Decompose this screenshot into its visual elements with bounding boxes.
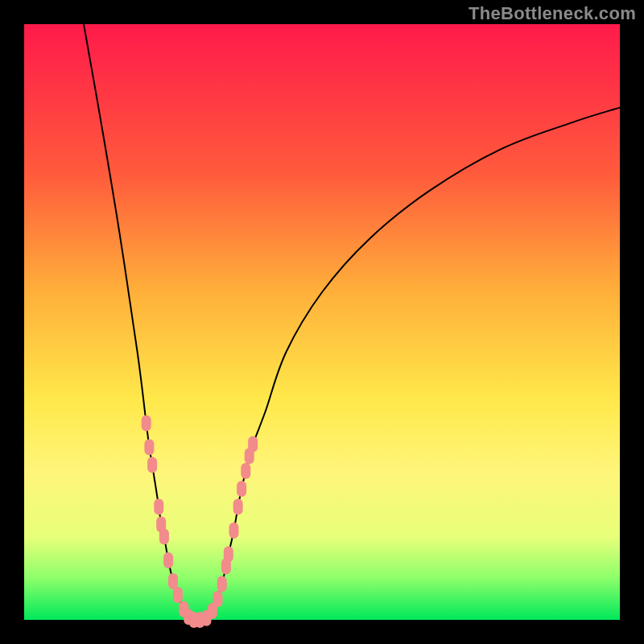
data-marker: [168, 573, 178, 589]
data-marker: [163, 552, 173, 568]
data-marker: [224, 547, 233, 563]
data-markers: [142, 415, 258, 628]
data-marker: [144, 439, 154, 455]
data-marker: [213, 591, 223, 607]
data-marker: [173, 587, 183, 603]
curve-layer: [24, 24, 620, 620]
data-marker: [248, 436, 258, 452]
data-marker: [154, 498, 163, 514]
watermark-text: TheBottleneck.com: [469, 3, 636, 24]
data-marker: [241, 463, 250, 479]
plot-area: [24, 24, 620, 620]
data-marker: [147, 457, 157, 473]
chart-frame: TheBottleneck.com: [0, 0, 644, 644]
data-marker: [142, 415, 151, 431]
data-marker: [237, 481, 246, 497]
data-marker: [229, 522, 238, 539]
data-marker: [159, 528, 169, 544]
data-marker: [233, 498, 243, 514]
data-marker: [217, 576, 227, 592]
